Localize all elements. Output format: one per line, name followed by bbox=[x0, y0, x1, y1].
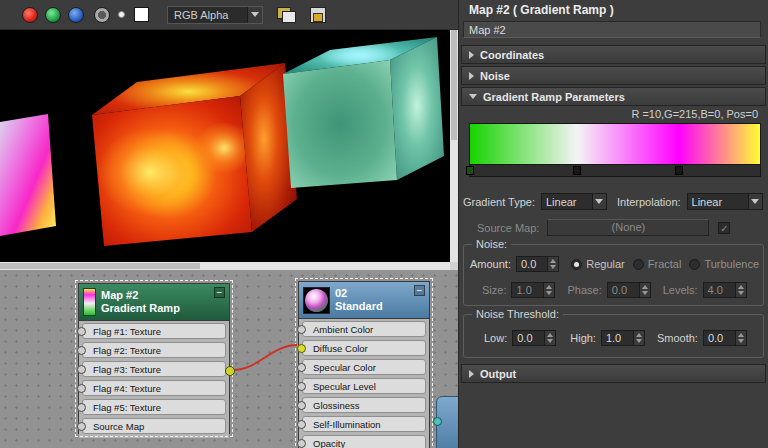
rollout-gradient-ramp-parameters[interactable]: Gradient Ramp Parameters bbox=[461, 87, 766, 106]
collapse-node-button[interactable]: − bbox=[214, 287, 225, 298]
noise-amount-row: Amount: 0.0 Regular Fractal Turbulence bbox=[470, 256, 759, 272]
input-socket-icon[interactable] bbox=[297, 325, 306, 334]
viewport-vertical-scrollbar[interactable] bbox=[450, 30, 458, 262]
node-slot[interactable]: Specular Color bbox=[302, 359, 426, 375]
node-slot[interactable]: Flag #1: Texture bbox=[82, 323, 226, 339]
input-socket-icon[interactable] bbox=[297, 439, 306, 448]
render-viewport bbox=[0, 30, 450, 262]
node-slot[interactable]: Opacity bbox=[302, 435, 426, 448]
spinner-arrows-icon[interactable] bbox=[547, 257, 558, 271]
expand-arrow-icon bbox=[469, 72, 474, 80]
input-socket-icon[interactable] bbox=[77, 384, 86, 393]
input-socket-icon[interactable] bbox=[297, 420, 306, 429]
input-socket-icon[interactable] bbox=[297, 382, 306, 391]
node-slot[interactable]: Ambient Color bbox=[302, 321, 426, 337]
gradient-thumbnail-icon bbox=[83, 288, 96, 316]
node-slot[interactable]: Specular Level bbox=[302, 378, 426, 394]
ramp-flag-0[interactable] bbox=[466, 166, 474, 175]
map-name-field[interactable] bbox=[463, 21, 761, 38]
amount-spinner[interactable]: 0.0 bbox=[516, 256, 559, 272]
spinner-arrows-icon[interactable] bbox=[543, 283, 554, 297]
chevron-down-icon[interactable] bbox=[247, 7, 262, 23]
size-spinner[interactable]: 1.0 bbox=[511, 282, 555, 298]
channel-display-dropdown[interactable]: RGB Alpha bbox=[167, 6, 263, 24]
smooth-spinner[interactable]: 0.0 bbox=[703, 330, 747, 346]
flag-info-text: R =10,G=215,B=0, Pos=0 bbox=[631, 108, 758, 120]
input-socket-icon[interactable] bbox=[77, 346, 86, 355]
input-socket-icon[interactable] bbox=[297, 363, 306, 372]
red-channel-icon[interactable] bbox=[22, 7, 38, 23]
noise-group: Noise: Amount: 0.0 Regular Fractal Turbu… bbox=[463, 244, 764, 306]
output-socket-icon[interactable] bbox=[225, 366, 235, 376]
node-slot[interactable]: Flag #3: Texture bbox=[82, 361, 226, 377]
rollout-noise[interactable]: Noise bbox=[461, 66, 766, 85]
standard-material-node[interactable]: 02 Standard − Ambient Color Diffuse Colo… bbox=[298, 281, 430, 448]
turbulence-radio[interactable] bbox=[689, 259, 700, 270]
rollout-output[interactable]: Output bbox=[461, 364, 766, 383]
node-slot[interactable]: Flag #2: Texture bbox=[82, 342, 226, 358]
node-subtitle: Standard bbox=[335, 300, 383, 313]
blue-channel-icon[interactable] bbox=[68, 7, 84, 23]
high-spinner[interactable]: 1.0 bbox=[601, 330, 645, 346]
gradient-ramp-widget[interactable] bbox=[469, 123, 761, 177]
chevron-down-icon[interactable] bbox=[592, 194, 606, 209]
color-swatch[interactable] bbox=[134, 7, 149, 22]
input-socket-icon[interactable] bbox=[297, 401, 306, 410]
noise-size-row: Size: 1.0 Phase: 0.0 Levels: 4.0 bbox=[470, 282, 759, 298]
scrollbar-thumb[interactable] bbox=[0, 263, 200, 269]
save-image-icon[interactable] bbox=[309, 7, 327, 22]
spinner-arrows-icon[interactable] bbox=[639, 283, 650, 297]
input-socket-icon[interactable] bbox=[77, 365, 86, 374]
spinner-arrows-icon[interactable] bbox=[735, 283, 746, 297]
spinner-arrows-icon[interactable] bbox=[544, 331, 555, 345]
input-socket-icon[interactable] bbox=[77, 422, 86, 431]
noise-threshold-group: Noise Threshold: Low: 0.0 High: 1.0 Smoo… bbox=[463, 314, 764, 358]
slate-material-editor: RGB Alpha bbox=[0, 0, 768, 448]
fractal-radio[interactable] bbox=[633, 259, 644, 270]
chevron-down-icon[interactable] bbox=[748, 194, 762, 209]
node-slot[interactable]: Flag #4: Texture bbox=[82, 380, 226, 396]
node-slot[interactable]: Diffuse Color bbox=[302, 340, 426, 356]
interpolation-dropdown[interactable]: Linear bbox=[687, 193, 763, 210]
node-subtitle: Gradient Ramp bbox=[101, 302, 180, 315]
node-header[interactable]: 02 Standard − bbox=[299, 282, 429, 318]
spinner-arrows-icon[interactable] bbox=[735, 331, 746, 345]
spinner-arrows-icon[interactable] bbox=[633, 331, 644, 345]
viewport-horizontal-scrollbar[interactable] bbox=[0, 262, 450, 270]
ramp-flag-1[interactable] bbox=[573, 166, 581, 175]
node-header[interactable]: Map #2 Gradient Ramp − bbox=[79, 284, 229, 320]
regular-radio[interactable] bbox=[571, 259, 582, 270]
node-slot[interactable]: Source Map bbox=[82, 418, 226, 434]
rollout-coordinates[interactable]: Coordinates bbox=[461, 45, 766, 64]
gradient-type-dropdown[interactable]: Linear bbox=[541, 193, 607, 210]
node-slot[interactable]: Glossiness bbox=[302, 397, 426, 413]
socket-icon[interactable] bbox=[433, 417, 442, 426]
node-view[interactable]: Map #2 Gradient Ramp − Flag #1: Texture … bbox=[0, 270, 458, 448]
panel-title: Map #2 ( Gradient Ramp ) bbox=[469, 3, 614, 17]
gradient-ramp-node[interactable]: Map #2 Gradient Ramp − Flag #1: Texture … bbox=[78, 283, 230, 434]
gradient-ramp-bar[interactable] bbox=[469, 123, 761, 165]
input-socket-icon[interactable] bbox=[77, 403, 86, 412]
low-spinner[interactable]: 0.0 bbox=[512, 330, 556, 346]
node-slot[interactable]: Self-Illumination bbox=[302, 416, 426, 432]
ramp-flag-2[interactable] bbox=[675, 166, 683, 175]
green-channel-icon[interactable] bbox=[45, 7, 61, 23]
source-map-button[interactable]: (None) bbox=[547, 219, 709, 236]
node-slot[interactable]: Flag #5: Texture bbox=[82, 399, 226, 415]
partial-node[interactable] bbox=[436, 396, 458, 448]
material-sphere-thumbnail-icon bbox=[303, 287, 330, 314]
source-map-row: Source Map: (None) ✓ bbox=[463, 219, 765, 236]
alpha-dot-icon[interactable] bbox=[118, 11, 125, 18]
input-socket-icon[interactable] bbox=[77, 327, 86, 336]
phase-spinner[interactable]: 0.0 bbox=[607, 282, 651, 298]
monochrome-icon[interactable] bbox=[94, 7, 110, 23]
gradient-ramp-track[interactable] bbox=[469, 165, 761, 177]
collapse-node-button[interactable]: − bbox=[414, 285, 425, 296]
expand-arrow-icon bbox=[469, 370, 474, 378]
input-socket-icon[interactable] bbox=[297, 344, 306, 353]
scrollbar-thumb[interactable] bbox=[451, 30, 457, 140]
expand-arrow-icon bbox=[469, 51, 474, 59]
clone-window-icon[interactable] bbox=[277, 7, 295, 22]
source-map-checkbox[interactable]: ✓ bbox=[718, 222, 730, 234]
levels-spinner[interactable]: 4.0 bbox=[703, 282, 747, 298]
